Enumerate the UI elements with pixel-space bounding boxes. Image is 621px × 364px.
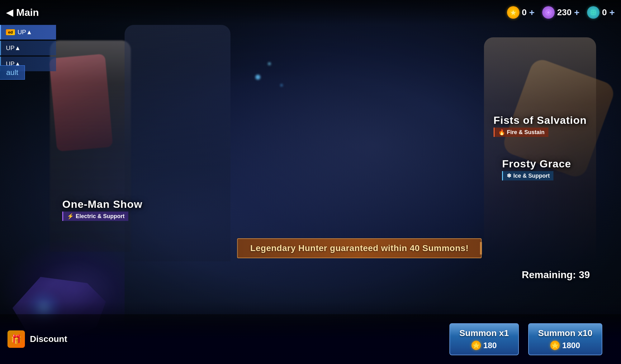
char-type-one-man-show: ⚡ Electric & Support (62, 212, 128, 221)
purple-amount: 230 (557, 7, 572, 17)
currency-purple: 230 + (542, 6, 580, 19)
summon-x1-cost-amount: 180 (483, 341, 497, 350)
ice-particle (255, 75, 260, 80)
back-arrow-icon[interactable]: ◀ (6, 7, 13, 18)
char-type-frosty-grace: ❄ Ice & Support (502, 171, 553, 180)
teal-plus-button[interactable]: + (609, 7, 615, 18)
sidebar: ault ed UP▲ UP▲ UP▲ (0, 25, 56, 71)
char-right-body (484, 37, 596, 261)
summon-x10-cost-icon (550, 341, 560, 350)
summon-x10-cost-amount: 1800 (562, 341, 580, 350)
svg-marker-6 (472, 342, 480, 349)
gold-amount: 0 (522, 7, 527, 17)
gold-plus-button[interactable]: + (529, 7, 535, 18)
svg-marker-7 (551, 342, 559, 349)
top-bar: ◀ Main 0 + 230 + 0 + (0, 0, 621, 25)
svg-point-2 (547, 11, 550, 14)
guarantee-text: Legendary Hunter guaranteed within 40 Su… (250, 243, 468, 253)
ice-particle-3 (280, 84, 283, 86)
ice-icon: ❄ (507, 172, 511, 179)
char-type-fists-of-salvation: 🔥 Fire & Sustain (494, 128, 548, 137)
purple-icon (542, 6, 555, 19)
char-name-one-man-show: One-Man Show (62, 198, 143, 210)
ice-particle-2 (268, 62, 271, 65)
char-label-frosty-grace: Frosty Grace ❄ Ice & Support (502, 158, 571, 180)
bottom-bar: 🎁 Discount Summon x1 180 Summon x10 1800 (0, 314, 621, 364)
summon-x10-cost: 1800 (538, 341, 592, 350)
sidebar-item-2[interactable]: UP▲ (0, 41, 56, 55)
currency-teal: 0 + (587, 6, 615, 19)
char-center-body (125, 25, 230, 261)
discount-section: 🎁 Discount (0, 314, 87, 364)
summon-x1-cost-icon (472, 341, 481, 350)
discount-label: Discount (30, 334, 67, 344)
char-name-fists-of-salvation: Fists of Salvation (494, 114, 587, 126)
electric-icon: ⚡ (67, 213, 74, 220)
purple-plus-button[interactable]: + (574, 7, 580, 18)
summon-x1-cost: 180 (459, 341, 509, 350)
summon-x10-label: Summon x10 (538, 328, 592, 338)
character-art-right (465, 12, 596, 261)
title-text: Main (16, 7, 39, 18)
remaining-counter: Remaining: 39 (522, 269, 590, 281)
sidebar-vault-label[interactable]: ault (0, 65, 25, 80)
svg-marker-0 (510, 10, 516, 16)
guarantee-banner: Legendary Hunter guaranteed within 40 Su… (237, 238, 481, 258)
teal-amount: 0 (602, 7, 607, 17)
summon-x10-button[interactable]: Summon x10 1800 (528, 323, 602, 355)
char-label-one-man-show: One-Man Show ⚡ Electric & Support (62, 198, 143, 221)
currency-bar: 0 + 230 + 0 + (507, 6, 615, 19)
summon-x1-button[interactable]: Summon x1 180 (449, 323, 519, 355)
char-label-fists-of-salvation: Fists of Salvation 🔥 Fire & Sustain (494, 114, 587, 137)
character-art-center (125, 6, 243, 261)
char-name-frosty-grace: Frosty Grace (502, 158, 571, 170)
gold-icon (507, 6, 519, 19)
sidebar-item-1[interactable]: ed UP▲ (0, 25, 56, 40)
discount-icon: 🎁 (7, 330, 25, 348)
fire-icon: 🔥 (498, 129, 505, 136)
summon-x1-label: Summon x1 (459, 328, 509, 338)
main-title: ◀ Main (6, 7, 39, 18)
teal-icon (587, 6, 600, 19)
currency-gold: 0 + (507, 6, 535, 19)
